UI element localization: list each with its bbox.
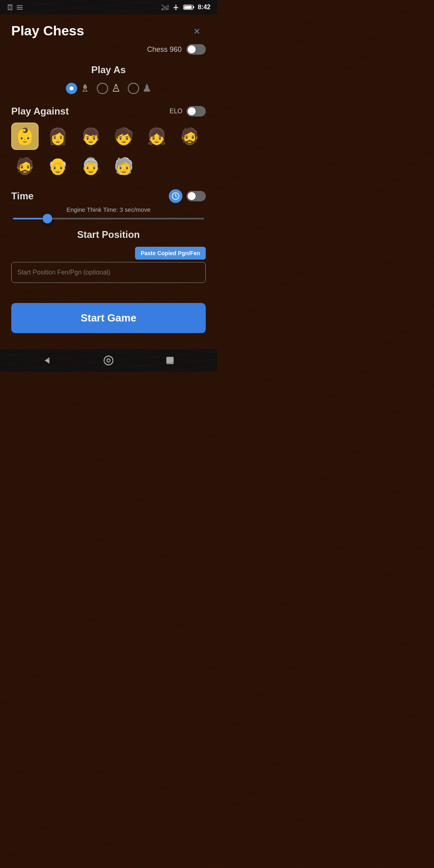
avatar-child[interactable]: 🧒 — [110, 123, 137, 150]
avatar-bearded[interactable]: 🧔 — [11, 152, 39, 180]
chess960-label: Chess 960 — [147, 45, 182, 54]
play-as-white[interactable]: ♗ — [66, 82, 90, 94]
avatar-woman[interactable]: 👩 — [44, 123, 72, 150]
airplane-icon — [172, 4, 180, 10]
menu-icon — [16, 4, 23, 11]
slider-track — [13, 218, 204, 219]
slider-container — [11, 218, 206, 219]
nav-back-button[interactable] — [38, 352, 56, 369]
svg-rect-4 — [17, 9, 23, 10]
status-right: 8:42 — [161, 4, 211, 11]
elo-label: ELO — [170, 108, 182, 115]
time-toggle-knob — [188, 192, 196, 200]
nav-bar — [0, 349, 217, 372]
svg-marker-16 — [45, 357, 49, 364]
avatar-man[interactable]: 🧔 — [176, 123, 203, 150]
clock-icon — [169, 189, 182, 203]
svg-point-18 — [107, 359, 110, 362]
radio-white — [66, 83, 77, 94]
radio-black — [128, 83, 139, 94]
play-against-header: Play Against ELO — [11, 106, 206, 117]
avatar-girl[interactable]: 👧 — [143, 123, 170, 150]
close-button[interactable]: × — [188, 23, 206, 40]
svg-rect-8 — [166, 6, 167, 10]
time-right — [169, 189, 206, 203]
svg-rect-2 — [17, 5, 23, 6]
play-as-section: Play As ♗ ♙ ♟ — [11, 64, 206, 94]
avatar-grid-row2: 🧔 👴 👵 🧓 — [11, 152, 206, 180]
toggle-knob — [188, 45, 196, 53]
svg-rect-11 — [184, 6, 192, 9]
play-as-random[interactable]: ♙ — [97, 82, 121, 94]
avatar-grid-row1: 👶 👩 👦 🧒 👧 🧔 — [11, 123, 206, 150]
elo-toggle[interactable] — [186, 106, 206, 117]
fen-input[interactable] — [11, 262, 206, 283]
start-game-button[interactable]: Start Game — [11, 303, 206, 333]
header-row: Play Chess × — [11, 23, 206, 40]
page-title: Play Chess — [11, 23, 84, 39]
status-time: 8:42 — [198, 4, 211, 11]
chess960-toggle[interactable] — [186, 44, 206, 55]
elo-toggle-knob — [188, 107, 196, 115]
time-toggle[interactable] — [186, 191, 206, 201]
svg-rect-19 — [166, 357, 174, 364]
avatar-baby[interactable]: 👶 — [11, 123, 39, 150]
svg-rect-7 — [164, 7, 165, 10]
avatar-empty1 — [143, 152, 170, 180]
avatar-empty2 — [176, 152, 203, 180]
random-piece-icon: ♙ — [111, 82, 121, 94]
elo-row: ELO — [170, 106, 206, 117]
engine-think-label: Engine Think Time: 3 sec/move — [11, 206, 206, 213]
svg-rect-6 — [162, 8, 163, 10]
play-against-section: Play Against ELO 👶 👩 👦 🧒 👧 🧔 🧔 👴 👵 🧓 — [11, 106, 206, 180]
svg-point-17 — [104, 356, 113, 365]
slider-thumb[interactable] — [43, 214, 52, 223]
time-title: Time — [11, 190, 34, 202]
time-section: Time Engine Think Time: 3 sec/move — [11, 189, 206, 219]
svg-rect-9 — [167, 5, 168, 10]
svg-rect-1 — [8, 6, 12, 9]
play-as-options: ♗ ♙ ♟ — [11, 82, 206, 94]
status-left — [6, 4, 23, 11]
avatar-old-man[interactable]: 👴 — [44, 152, 72, 180]
main-content: Play Chess × Chess 960 Play As ♗ ♙ ♟ — [0, 14, 217, 349]
white-piece-icon: ♗ — [80, 82, 90, 94]
start-position-section: Start Position Paste Copied Pgn/Fen — [11, 229, 206, 283]
svg-rect-3 — [17, 7, 23, 8]
play-as-black[interactable]: ♟ — [128, 82, 151, 94]
sim-icon — [6, 4, 14, 11]
avatar-elder[interactable]: 🧓 — [110, 152, 137, 180]
nav-home-button[interactable] — [100, 352, 117, 369]
battery-icon — [183, 4, 194, 10]
avatar-boy[interactable]: 👦 — [77, 123, 104, 150]
black-piece-icon: ♟ — [142, 82, 151, 94]
nav-recent-button[interactable] — [161, 352, 179, 369]
time-header: Time — [11, 189, 206, 203]
avatar-old-woman[interactable]: 👵 — [77, 152, 104, 180]
svg-rect-12 — [193, 6, 194, 8]
paste-button[interactable]: Paste Copied Pgn/Fen — [135, 247, 206, 260]
chess960-row: Chess 960 — [11, 44, 206, 55]
play-against-title: Play Against — [11, 106, 69, 117]
start-position-title: Start Position — [11, 229, 206, 240]
status-bar: 8:42 — [0, 0, 217, 14]
play-as-title: Play As — [11, 64, 206, 76]
radio-random — [97, 83, 108, 94]
no-signal-icon — [161, 4, 169, 10]
